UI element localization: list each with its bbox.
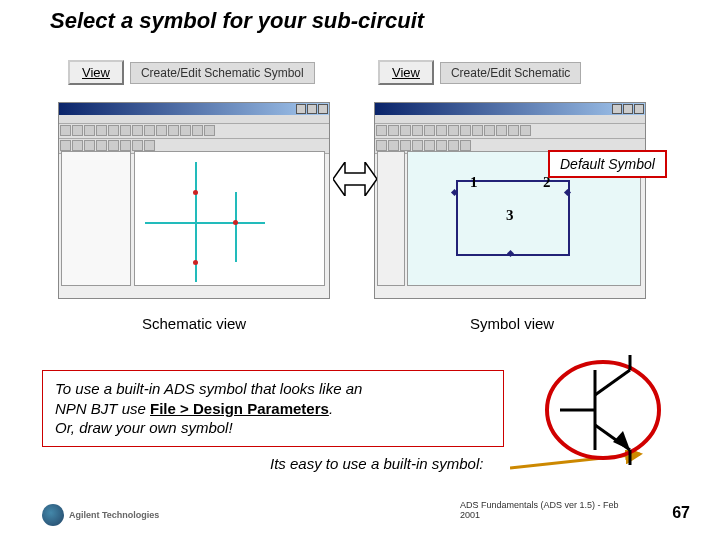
schematic-window [58,102,330,299]
double-arrow-icon [333,162,377,196]
window-toolbar [59,124,329,139]
close-icon[interactable] [318,104,328,114]
menu-item-create-edit-schematic[interactable]: Create/Edit Schematic [440,62,581,84]
instruction-line-3: Or, draw your own symbol! [55,419,233,436]
view-menu-button-right[interactable]: View [378,60,434,85]
maximize-icon[interactable] [623,104,633,114]
window-titlebar [375,103,645,115]
instruction-line-1: To use a built-in ADS symbol that looks … [55,380,362,397]
minimize-icon[interactable] [612,104,622,114]
npn-bjt-symbol [545,355,665,465]
logo-mark-icon [42,504,64,526]
symbol-palette[interactable] [377,151,405,286]
svg-line-3 [595,370,630,395]
window-titlebar [59,103,329,115]
pin-3-label: 3 [506,207,514,224]
schematic-canvas[interactable] [134,151,325,286]
instruction-line-2c: . [329,400,333,417]
slide-title: Select a symbol for your sub-circuit [50,8,424,34]
svg-marker-0 [333,162,377,196]
instruction-menu-path: File > Design Parameters [150,400,329,417]
close-icon[interactable] [634,104,644,114]
svg-marker-5 [613,431,630,450]
window-toolbar [375,124,645,139]
maximize-icon[interactable] [307,104,317,114]
window-menubar [375,115,645,124]
component-palette[interactable] [61,151,131,286]
logo-text: Agilent Technologies [69,510,159,520]
instruction-line-2a: NPN BJT use [55,400,150,417]
window-menubar [59,115,329,124]
instruction-box: To use a built-in ADS symbol that looks … [42,370,504,447]
menu-item-create-edit-symbol[interactable]: Create/Edit Schematic Symbol [130,62,315,84]
symbol-window: 1 2 3 [374,102,646,299]
menu-right-group: View Create/Edit Schematic [378,60,581,85]
symbol-view-caption: Symbol view [470,315,554,332]
menu-left-group: View Create/Edit Schematic Symbol [68,60,315,85]
minimize-icon[interactable] [296,104,306,114]
default-symbol-callout: Default Symbol [548,150,667,178]
subtext: Its easy to use a built-in symbol: [270,455,483,472]
page-number: 67 [672,504,690,522]
view-menu-button-left[interactable]: View [68,60,124,85]
footer-text: ADS Fundamentals (ADS ver 1.5) - Feb 200… [460,500,620,520]
agilent-logo: Agilent Technologies [42,504,159,526]
schematic-view-caption: Schematic view [142,315,246,332]
pin-1-label: 1 [470,174,478,191]
